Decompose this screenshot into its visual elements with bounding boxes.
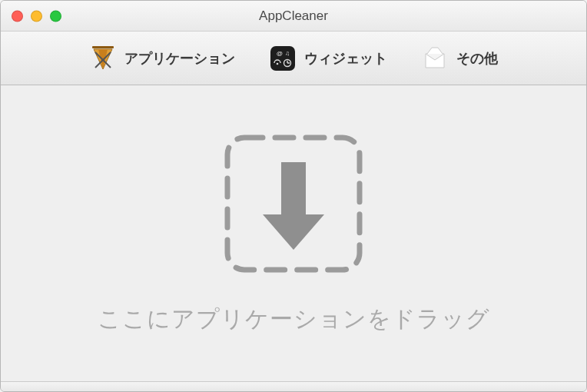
svg-rect-2: [92, 46, 114, 48]
others-icon: [421, 45, 449, 72]
titlebar[interactable]: AppCleaner: [1, 1, 586, 32]
drop-hint: ここにアプリケーションをドラッグ: [98, 304, 490, 335]
tab-label: ウィジェット: [304, 49, 387, 68]
maximize-icon[interactable]: [50, 10, 61, 22]
svg-rect-5: [270, 46, 295, 71]
svg-rect-13: [281, 162, 306, 216]
close-icon[interactable]: [12, 10, 23, 22]
app-window: AppCleaner アプリケーション @ ♫: [0, 0, 587, 392]
svg-text:@: @: [277, 50, 283, 57]
tab-applications[interactable]: アプリケーション: [89, 45, 235, 72]
svg-marker-14: [263, 214, 324, 250]
tab-widgets[interactable]: @ ♫ ウィジェット: [269, 45, 387, 72]
tab-others[interactable]: その他: [421, 45, 498, 72]
widgets-icon: @ ♫: [269, 45, 297, 72]
svg-text:♫: ♫: [285, 50, 290, 57]
svg-point-8: [277, 62, 279, 65]
applications-icon: [89, 45, 117, 72]
drop-area[interactable]: ここにアプリケーションをドラッグ: [1, 85, 586, 382]
tab-label: アプリケーション: [124, 49, 235, 68]
traffic-lights: [12, 10, 61, 22]
footer: [1, 382, 586, 391]
minimize-icon[interactable]: [31, 10, 42, 22]
tab-label: その他: [456, 49, 498, 68]
drop-target-icon: [221, 131, 366, 276]
toolbar: アプリケーション @ ♫ ウィジェット: [1, 32, 586, 85]
window-title: AppCleaner: [1, 8, 586, 24]
